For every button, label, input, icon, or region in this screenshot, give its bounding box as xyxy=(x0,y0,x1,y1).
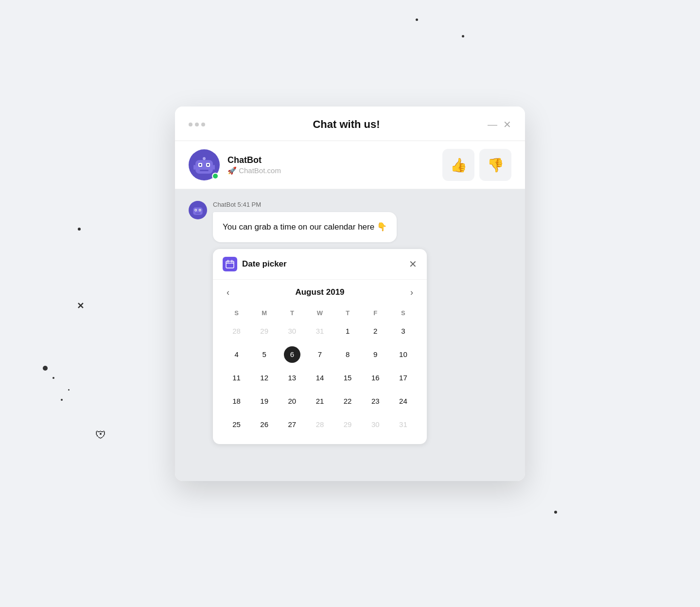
svg-rect-6 xyxy=(193,165,195,170)
calendar-week-2: 11121314151617 xyxy=(223,366,417,390)
thumbs-down-icon: 👎 xyxy=(487,157,504,173)
chat-window: Chat with us! — ✕ xyxy=(175,107,525,481)
thumbs-up-button[interactable]: 👍 xyxy=(442,149,474,181)
day-header-t2: T xyxy=(334,306,362,320)
calendar-day-0-1[interactable]: 29 xyxy=(250,320,278,343)
calendar-day-2-1[interactable]: 12 xyxy=(250,366,278,390)
calendar-day-2-0[interactable]: 11 xyxy=(223,366,250,390)
calendar-day-4-0[interactable]: 25 xyxy=(223,413,250,436)
calendar-day-1-2[interactable]: 6 xyxy=(278,343,306,366)
calendar-month-year: August 2019 xyxy=(295,287,344,297)
next-month-button[interactable]: › xyxy=(406,286,417,300)
message-row: ChatBot 5:41 PM You can grab a time on o… xyxy=(189,201,511,242)
date-picker-title: Date picker xyxy=(242,259,287,269)
calendar-days-header: S M T W T F S xyxy=(223,306,417,320)
calendar-day-3-5[interactable]: 23 xyxy=(362,390,389,413)
date-picker-header: Date picker ✕ xyxy=(213,249,427,280)
dot-2 xyxy=(195,123,199,126)
svg-point-9 xyxy=(207,164,209,166)
day-header-m: M xyxy=(250,306,278,320)
dot-3 xyxy=(201,123,205,126)
calendar-day-4-4[interactable]: 29 xyxy=(334,413,362,436)
calendar-day-2-6[interactable]: 17 xyxy=(389,366,417,390)
calendar-week-1: 45678910 xyxy=(223,343,417,366)
calendar-day-0-0[interactable]: 28 xyxy=(223,320,250,343)
svg-rect-16 xyxy=(226,261,234,268)
message-bubble: You can grab a time on our calendar here… xyxy=(213,212,397,242)
calendar-day-4-3[interactable]: 28 xyxy=(306,413,333,436)
day-header-w: W xyxy=(306,306,333,320)
calendar-day-0-5[interactable]: 2 xyxy=(362,320,389,343)
window-title: Chat with us! xyxy=(205,118,488,131)
bot-avatar-wrapper xyxy=(189,149,220,180)
svg-point-15 xyxy=(199,210,200,211)
calendar-nav: ‹ August 2019 › xyxy=(223,286,417,300)
bot-name: ChatBot xyxy=(228,155,435,165)
minimize-button[interactable]: — xyxy=(488,120,497,129)
chat-header: Chat with us! — ✕ xyxy=(175,107,525,141)
calendar-day-0-2[interactable]: 30 xyxy=(278,320,306,343)
bot-info-text: ChatBot 🚀 ChatBot.com xyxy=(228,155,435,175)
chat-body: ChatBot 5:41 PM You can grab a time on o… xyxy=(175,189,525,481)
thumbs-up-icon: 👍 xyxy=(450,157,467,173)
calendar-day-4-1[interactable]: 26 xyxy=(250,413,278,436)
calendar-day-3-1[interactable]: 19 xyxy=(250,390,278,413)
dot-1 xyxy=(189,123,192,126)
svg-rect-3 xyxy=(200,170,209,171)
calendar-day-3-4[interactable]: 22 xyxy=(334,390,362,413)
calendar-body: ‹ August 2019 › S M T W T F S xyxy=(213,280,427,444)
svg-rect-0 xyxy=(195,160,213,174)
svg-point-14 xyxy=(195,210,196,211)
calendar-day-1-0[interactable]: 4 xyxy=(223,343,250,366)
calendar-day-0-4[interactable]: 1 xyxy=(334,320,362,343)
svg-rect-7 xyxy=(213,165,215,170)
online-indicator xyxy=(212,173,219,179)
calendar-day-1-4[interactable]: 8 xyxy=(334,343,362,366)
calendar-day-1-5[interactable]: 9 xyxy=(362,343,389,366)
shield-deco: 🛡 xyxy=(95,429,106,442)
calendar-week-3: 18192021222324 xyxy=(223,390,417,413)
calendar-day-4-6[interactable]: 31 xyxy=(389,413,417,436)
bot-info-bar: ChatBot 🚀 ChatBot.com 👍 👎 xyxy=(175,141,525,189)
thumbs-down-button[interactable]: 👎 xyxy=(479,149,511,181)
bot-site: 🚀 ChatBot.com xyxy=(228,166,435,175)
cross-deco-2: ✕ xyxy=(77,301,84,311)
header-controls: — ✕ xyxy=(488,120,511,129)
message-avatar xyxy=(189,201,207,219)
svg-point-8 xyxy=(199,164,201,166)
day-header-f: F xyxy=(362,306,389,320)
rating-buttons: 👍 👎 xyxy=(442,149,511,181)
day-header-s2: S xyxy=(389,306,417,320)
calendar-day-0-6[interactable]: 3 xyxy=(389,320,417,343)
prev-month-button[interactable]: ‹ xyxy=(223,286,233,300)
header-menu-dots[interactable] xyxy=(189,123,205,126)
message-content: ChatBot 5:41 PM You can grab a time on o… xyxy=(213,201,397,242)
calendar-day-2-2[interactable]: 13 xyxy=(278,366,306,390)
calendar-grid: S M T W T F S 28293031123456789101112131… xyxy=(223,306,417,436)
calendar-day-1-6[interactable]: 10 xyxy=(389,343,417,366)
calendar-day-3-6[interactable]: 24 xyxy=(389,390,417,413)
day-header-t1: T xyxy=(278,306,306,320)
svg-rect-13 xyxy=(195,213,200,214)
svg-rect-10 xyxy=(193,208,202,215)
date-picker-title-wrap: Date picker xyxy=(223,257,287,271)
calendar-day-4-2[interactable]: 27 xyxy=(278,413,306,436)
calendar-day-2-5[interactable]: 16 xyxy=(362,366,389,390)
calendar-day-2-4[interactable]: 15 xyxy=(334,366,362,390)
close-button[interactable]: ✕ xyxy=(503,120,511,129)
calendar-day-1-1[interactable]: 5 xyxy=(250,343,278,366)
calendar-day-1-3[interactable]: 7 xyxy=(306,343,333,366)
calendar-day-3-3[interactable]: 21 xyxy=(306,390,333,413)
calendar-week-0: 28293031123 xyxy=(223,320,417,343)
calendar-week-4: 25262728293031 xyxy=(223,413,417,436)
calendar-day-3-0[interactable]: 18 xyxy=(223,390,250,413)
day-header-s1: S xyxy=(223,306,250,320)
message-meta: ChatBot 5:41 PM xyxy=(213,201,397,208)
date-picker-card: Date picker ✕ ‹ August 2019 › S M T xyxy=(213,249,427,444)
calendar-day-2-3[interactable]: 14 xyxy=(306,366,333,390)
calendar-day-3-2[interactable]: 20 xyxy=(278,390,306,413)
calendar-day-4-5[interactable]: 30 xyxy=(362,413,389,436)
calendar-icon xyxy=(223,257,237,271)
calendar-day-0-3[interactable]: 31 xyxy=(306,320,333,343)
date-picker-close-button[interactable]: ✕ xyxy=(409,258,417,270)
